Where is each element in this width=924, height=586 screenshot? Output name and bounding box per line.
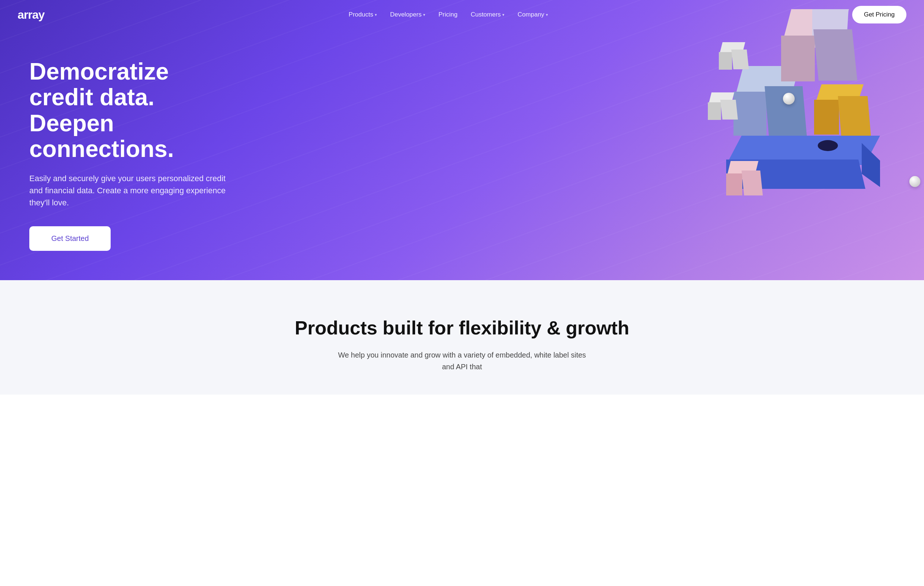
hero-title: Democratize credit data. Deepen connecti… (29, 59, 227, 162)
nav-link-company[interactable]: Company ▾ (518, 11, 548, 18)
chevron-down-icon: ▾ (502, 12, 505, 17)
chevron-down-icon: ▾ (375, 12, 377, 17)
nav-link-pricing[interactable]: Pricing (439, 11, 458, 18)
nav-links: Products ▾ Developers ▾ Pricing Customer… (349, 11, 548, 18)
hero-illustration (711, 0, 924, 205)
pink-cube-right (813, 29, 857, 81)
hero-subtitle: Easily and securely give your users pers… (29, 172, 227, 209)
small-pink-cube (726, 161, 766, 196)
brand-logo[interactable]: array (18, 8, 45, 22)
yellow-cube-right (838, 96, 871, 136)
yellow-cube-left (814, 100, 839, 134)
small-white-ball (909, 176, 920, 187)
pink-cube-left (781, 36, 815, 81)
nav-item-products[interactable]: Products ▾ (349, 11, 377, 18)
nav-link-developers[interactable]: Developers ▾ (390, 11, 426, 18)
products-section-subtitle: We help you innovate and grow with a var… (334, 349, 590, 372)
get-pricing-button[interactable]: Get Pricing (852, 6, 906, 23)
small-white-cube-1 (719, 42, 752, 71)
nav-link-customers[interactable]: Customers ▾ (471, 11, 505, 18)
hero-section: Democratize credit data. Deepen connecti… (0, 0, 924, 280)
hero-content: Democratize credit data. Deepen connecti… (0, 29, 256, 280)
white-ball-medium (783, 93, 795, 104)
nav-item-pricing[interactable]: Pricing (439, 11, 458, 18)
navbar: array Products ▾ Developers ▾ Pricing Cu… (0, 0, 924, 29)
nav-item-developers[interactable]: Developers ▾ (390, 11, 426, 18)
small-white-cube-2 (708, 93, 741, 121)
nav-item-company[interactable]: Company ▾ (518, 11, 548, 18)
get-started-button[interactable]: Get Started (29, 226, 111, 251)
products-section: Products built for flexibility & growth … (0, 280, 924, 395)
products-section-title: Products built for flexibility & growth (29, 317, 895, 339)
chevron-down-icon: ▾ (423, 12, 426, 17)
yellow-cube (814, 84, 876, 141)
nav-link-products[interactable]: Products ▾ (349, 11, 377, 18)
nav-item-customers[interactable]: Customers ▾ (471, 11, 505, 18)
chevron-down-icon: ▾ (546, 12, 548, 17)
platform-hole (818, 140, 838, 151)
